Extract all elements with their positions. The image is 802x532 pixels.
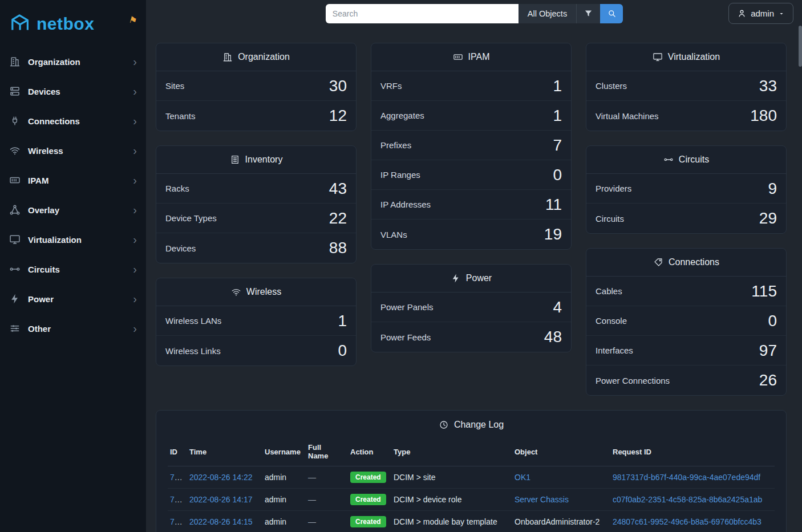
stat-value-aggregates[interactable]: 1 <box>553 107 562 125</box>
sidebar-item-wireless[interactable]: Wireless › <box>0 136 146 165</box>
sidebar-item-virtualization[interactable]: Virtualization › <box>0 225 146 254</box>
stat-link-tenants[interactable]: Tenants <box>165 111 196 121</box>
stat-link-power-connections[interactable]: Power Connections <box>596 376 670 385</box>
change-request-id-link[interactable]: 9817317d-b67f-440a-99ca-4ae07ede94df <box>613 473 760 482</box>
stat-value-clusters[interactable]: 33 <box>759 77 777 95</box>
card-title: Wireless <box>246 287 281 297</box>
stat-link-racks[interactable]: Racks <box>165 184 189 193</box>
stat-value-power-panels[interactable]: 4 <box>553 298 562 316</box>
stat-value-virtual-machines[interactable]: 180 <box>750 107 777 125</box>
pin-sidebar-icon[interactable]: ⚑ <box>127 14 138 26</box>
stat-value-power-connections[interactable]: 26 <box>759 371 777 389</box>
object-type-select[interactable]: All Objects <box>519 4 576 23</box>
counter-icon <box>9 174 21 186</box>
change-object-link[interactable]: OK1 <box>515 473 530 482</box>
stat-link-clusters[interactable]: Clusters <box>596 81 627 91</box>
filter-button[interactable] <box>576 4 600 23</box>
scrollbar-thumb[interactable] <box>799 26 802 67</box>
stat-row: Wireless Links 0 <box>156 336 356 366</box>
sidebar-item-circuits[interactable]: Circuits › <box>0 254 146 284</box>
stat-value-console[interactable]: 0 <box>768 312 777 330</box>
sidebar-item-organization[interactable]: Organization › <box>0 47 146 76</box>
change-object-link[interactable]: Server Chassis <box>515 495 569 504</box>
sidebar-item-other[interactable]: Other › <box>0 314 146 343</box>
stat-link-wireless-lans[interactable]: Wireless LANs <box>165 316 221 326</box>
stat-link-providers[interactable]: Providers <box>596 184 631 193</box>
change-request-id-link[interactable]: 24807c61-9952-49c6-b8a5-69760bfcc4b3 <box>613 517 762 526</box>
stat-value-wireless-links[interactable]: 0 <box>338 342 347 360</box>
netbox-logo-icon[interactable] <box>9 13 33 35</box>
search-submit-button[interactable] <box>600 4 623 23</box>
stat-link-circuits[interactable]: Circuits <box>596 214 624 224</box>
stat-value-power-feeds[interactable]: 48 <box>544 328 562 346</box>
stat-link-ip-ranges[interactable]: IP Ranges <box>380 170 420 180</box>
sidebar-item-ipam[interactable]: IPAM › <box>0 165 146 195</box>
person-icon <box>737 9 747 18</box>
stat-link-aggregates[interactable]: Aggregates <box>380 111 424 120</box>
search-bar: All Objects <box>326 4 623 23</box>
change-username: admin <box>265 495 286 504</box>
stat-link-virtual-machines[interactable]: Virtual Machines <box>596 111 659 121</box>
stat-link-interfaces[interactable]: Interfaces <box>596 346 633 355</box>
stat-value-devices[interactable]: 88 <box>329 239 347 257</box>
card-wireless-title: Wireless <box>156 278 356 306</box>
stat-value-vrfs[interactable]: 1 <box>553 77 562 95</box>
search-input[interactable] <box>326 4 519 23</box>
stat-link-ip-addresses[interactable]: IP Addresses <box>380 200 431 209</box>
stat-link-device-types[interactable]: Device Types <box>165 213 217 223</box>
user-name: admin <box>751 9 774 18</box>
stat-link-vrfs[interactable]: VRFs <box>380 81 402 91</box>
stat-value-circuits[interactable]: 29 <box>759 209 777 228</box>
user-menu-button[interactable]: admin <box>728 3 793 24</box>
sidebar-item-connections[interactable]: Connections › <box>0 106 146 136</box>
stat-value-ip-addresses[interactable]: 11 <box>545 196 562 214</box>
stat-link-wireless-links[interactable]: Wireless Links <box>165 346 221 356</box>
stat-value-vlans[interactable]: 19 <box>544 225 562 243</box>
stat-link-power-panels[interactable]: Power Panels <box>380 302 434 312</box>
stat-value-cables[interactable]: 115 <box>751 282 777 300</box>
server-icon <box>9 86 21 97</box>
stat-link-devices[interactable]: Devices <box>165 243 196 253</box>
stat-value-prefixes[interactable]: 7 <box>553 136 562 155</box>
change-full-name: — <box>308 517 316 526</box>
stat-value-interfaces[interactable]: 97 <box>759 342 777 360</box>
sidebar-item-label: Power <box>28 294 133 304</box>
sidebar-header: netbox ⚑ <box>0 0 146 44</box>
filter-icon <box>584 9 593 18</box>
change-time-link[interactable]: 2022-08-26 14:22 <box>189 473 253 482</box>
stat-value-sites[interactable]: 30 <box>329 77 347 95</box>
change-id-link[interactable]: 755 <box>170 473 183 482</box>
stat-value-device-types[interactable]: 22 <box>329 209 347 228</box>
stat-row: Power Panels 4 <box>371 293 571 322</box>
card-ipam-title: IPAM <box>371 43 571 71</box>
change-time-link[interactable]: 2022-08-26 14:17 <box>189 495 253 504</box>
stat-link-power-feeds[interactable]: Power Feeds <box>380 332 431 342</box>
sidebar-item-devices[interactable]: Devices › <box>0 76 146 106</box>
change-time-link[interactable]: 2022-08-26 14:15 <box>189 517 253 526</box>
change-id-link[interactable]: 753 <box>170 517 183 526</box>
sidebar-item-label: Devices <box>28 87 133 96</box>
stat-link-vlans[interactable]: VLANs <box>380 230 407 239</box>
stat-value-tenants[interactable]: 12 <box>329 107 347 125</box>
stat-link-prefixes[interactable]: Prefixes <box>380 140 411 150</box>
netbox-brand-text[interactable]: netbox <box>37 14 94 34</box>
stat-value-providers[interactable]: 9 <box>768 180 777 198</box>
sidebar-item-overlay[interactable]: Overlay › <box>0 195 146 225</box>
stat-row: Interfaces 97 <box>586 336 786 366</box>
transit-icon <box>9 263 21 275</box>
stat-link-sites[interactable]: Sites <box>165 81 184 91</box>
stat-value-ip-ranges[interactable]: 0 <box>553 166 562 184</box>
stat-value-wireless-lans[interactable]: 1 <box>338 312 347 330</box>
stat-value-racks[interactable]: 43 <box>329 180 347 198</box>
main-area: All Objects admin Organizati <box>146 0 802 532</box>
card-power: Power Power Panels 4 Power Feeds 48 <box>371 264 572 352</box>
stat-link-cables[interactable]: Cables <box>596 286 622 296</box>
card-circuits-title: Circuits <box>586 146 786 174</box>
change-request-id-link[interactable]: c07f0ab2-2351-4c58-825a-8b6a2425a1ab <box>613 495 762 504</box>
scrollbar-track[interactable] <box>799 0 802 532</box>
sidebar-item-power[interactable]: Power › <box>0 284 146 314</box>
sidebar-nav: Organization › Devices › Connections › W… <box>0 44 146 343</box>
change-id-link[interactable]: 754 <box>170 495 183 504</box>
stat-link-console[interactable]: Console <box>596 316 627 326</box>
stat-row: Virtual Machines 180 <box>586 101 786 131</box>
